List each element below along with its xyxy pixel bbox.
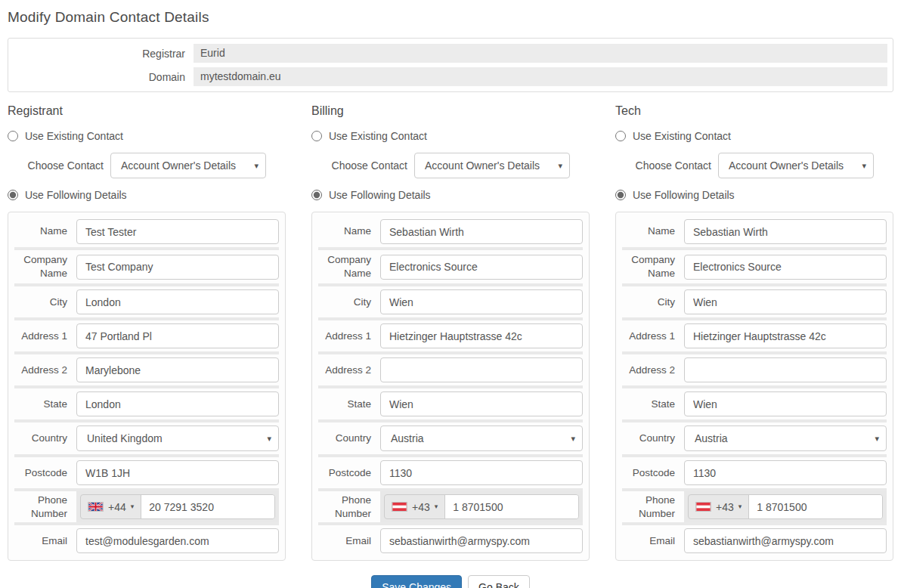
country-row: Country Austria ▾ (318, 419, 583, 454)
registrant-phone-input[interactable] (141, 495, 274, 518)
chevron-down-icon: ▾ (862, 162, 866, 170)
company-name-row: Company Name (622, 247, 887, 283)
uk-flag-icon (88, 502, 104, 512)
tech-country-select[interactable]: Austria ▾ (684, 426, 887, 451)
billing-phone-input[interactable] (444, 495, 578, 518)
tech-city-input[interactable] (684, 289, 887, 314)
name-row: Name (14, 216, 279, 247)
use-existing-label: Use Existing Contact (25, 130, 123, 142)
city-label: City (14, 296, 76, 309)
billing-use-existing-option[interactable]: Use Existing Contact (311, 130, 590, 142)
tech-phone-country-dropdown[interactable]: +43 ▾ (689, 495, 748, 518)
save-changes-button[interactable]: Save Changes (371, 575, 462, 588)
company-name-row: Company Name (14, 247, 279, 283)
chevron-down-icon: ▾ (875, 435, 879, 443)
tech-email-input[interactable] (684, 528, 887, 553)
billing-phone-country-dropdown[interactable]: +43 ▾ (385, 495, 444, 518)
tech-state-input[interactable] (684, 391, 887, 416)
tech-use-existing-option[interactable]: Use Existing Contact (615, 130, 893, 142)
postcode-row: Postcode (622, 454, 887, 488)
name-label: Name (318, 224, 380, 238)
name-row: Name (318, 216, 583, 247)
registrant-use-following-option[interactable]: Use Following Details (8, 189, 286, 201)
registrant-email-input[interactable] (76, 528, 279, 553)
billing-use-following-radio[interactable] (311, 190, 322, 200)
registrant-phone-country-dropdown[interactable]: +44 ▾ (81, 495, 141, 518)
tech-use-existing-radio[interactable] (615, 131, 626, 141)
address1-label: Address 1 (14, 330, 76, 343)
city-label: City (622, 296, 684, 309)
tech-postcode-input[interactable] (684, 460, 887, 485)
postcode-label: Postcode (318, 466, 380, 480)
billing-company-name-input[interactable] (380, 255, 583, 280)
choose-contact-selected-value: Account Owner's Details (425, 159, 540, 172)
email-label: Email (14, 534, 76, 548)
registrant-address1-input[interactable] (76, 323, 279, 348)
modify-domain-contact-page: Modify Domain Contact Details Registrar … (0, 0, 901, 588)
tech-use-following-radio[interactable] (615, 190, 626, 200)
registrant-use-existing-option[interactable]: Use Existing Contact (8, 130, 286, 142)
registrar-label: Registrar (14, 48, 194, 60)
country-selected-value: Austria (695, 432, 728, 444)
registrant-country-select[interactable]: United Kingdom ▾ (76, 426, 279, 451)
country-row: Country Austria ▾ (622, 419, 887, 454)
go-back-button[interactable]: Go Back (468, 575, 530, 588)
billing-city-input[interactable] (380, 289, 583, 314)
address1-row: Address 1 (622, 317, 887, 351)
billing-details-panel: Name Company Name City Address 1 Address… (311, 212, 590, 561)
billing-country-select[interactable]: Austria ▾ (380, 426, 583, 451)
country-label: Country (622, 432, 684, 445)
registrant-state-input[interactable] (76, 391, 279, 416)
tech-choose-contact-select[interactable]: Account Owner's Details ▾ (718, 153, 874, 178)
registrant-use-following-radio[interactable] (8, 190, 18, 200)
address1-row: Address 1 (14, 317, 279, 351)
address2-label: Address 2 (318, 364, 380, 377)
state-row: State (14, 385, 279, 419)
email-row: Email (14, 522, 279, 556)
billing-state-input[interactable] (380, 391, 583, 416)
choose-contact-selected-value: Account Owner's Details (121, 159, 236, 172)
chevron-down-icon: ▾ (558, 162, 562, 170)
billing-choose-contact-row: Choose Contact Account Owner's Details ▾ (311, 153, 590, 178)
registrant-name-input[interactable] (76, 219, 279, 244)
tech-phone-group: +43 ▾ (688, 494, 883, 519)
tech-name-input[interactable] (684, 219, 887, 244)
state-label: State (14, 398, 76, 411)
tech-address1-input[interactable] (684, 323, 887, 348)
city-row: City (622, 283, 887, 317)
billing-address2-input[interactable] (380, 357, 583, 382)
billing-address1-input[interactable] (380, 323, 583, 348)
address1-row: Address 1 (318, 317, 583, 351)
address2-row: Address 2 (14, 351, 279, 385)
registrant-use-existing-radio[interactable] (8, 131, 18, 141)
form-actions: Save Changes Go Back (8, 575, 893, 588)
tech-company-name-input[interactable] (684, 255, 887, 280)
domain-info-box: Registrar Eurid Domain mytestdomain.eu (8, 38, 893, 92)
registrant-choose-contact-select[interactable]: Account Owner's Details ▾ (110, 153, 266, 178)
billing-use-existing-radio[interactable] (311, 131, 322, 141)
billing-choose-contact-select[interactable]: Account Owner's Details ▾ (414, 153, 570, 178)
registrant-choose-contact-row: Choose Contact Account Owner's Details ▾ (8, 153, 286, 178)
billing-postcode-input[interactable] (380, 460, 583, 485)
company-name-row: Company Name (318, 247, 583, 283)
tech-use-following-option[interactable]: Use Following Details (615, 189, 893, 201)
section-title-billing: Billing (311, 104, 590, 118)
tech-address2-input[interactable] (684, 357, 887, 382)
name-label: Name (622, 224, 684, 238)
registrant-company-name-input[interactable] (76, 255, 279, 280)
country-row: Country United Kingdom ▾ (14, 419, 279, 454)
registrant-city-input[interactable] (76, 289, 279, 314)
section-title-registrant: Registrant (8, 104, 286, 118)
registrant-address2-input[interactable] (76, 357, 279, 382)
address2-label: Address 2 (622, 364, 684, 377)
billing-name-input[interactable] (380, 219, 583, 244)
billing-use-following-option[interactable]: Use Following Details (311, 189, 590, 201)
chevron-down-icon: ▾ (254, 162, 259, 170)
tech-phone-input[interactable] (748, 495, 882, 518)
billing-email-input[interactable] (380, 528, 583, 553)
billing-section: Billing Use Existing Contact Choose Cont… (311, 101, 590, 561)
country-selected-value: Austria (391, 432, 424, 444)
registrant-postcode-input[interactable] (76, 460, 279, 485)
postcode-row: Postcode (318, 454, 583, 488)
registrant-details-panel: Name Company Name City Address 1 Address… (8, 212, 286, 561)
